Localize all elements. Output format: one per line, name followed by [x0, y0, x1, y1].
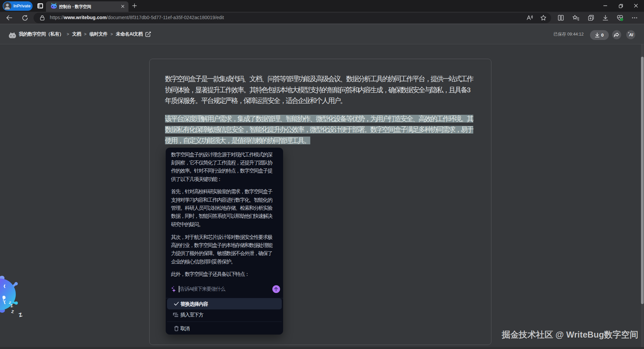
svg-text:Z: Z [18, 312, 23, 318]
svg-text:Z: Z [11, 309, 14, 314]
svg-text:Z: Z [10, 303, 13, 308]
